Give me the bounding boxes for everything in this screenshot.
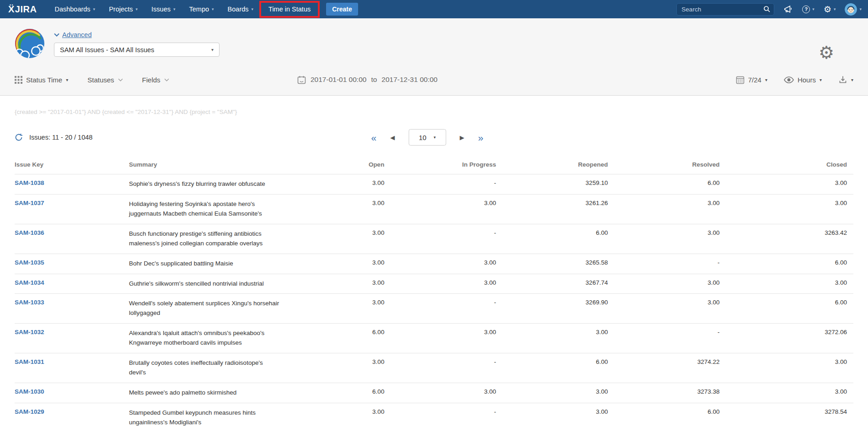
user-profile-menu[interactable]: ▾ bbox=[845, 3, 862, 16]
col-summary: Summary bbox=[129, 158, 295, 174]
calendar-grid-icon bbox=[736, 76, 745, 84]
cell-resolved: 3.00 bbox=[630, 274, 741, 294]
table-row: SAM-1037 Holidaying festering Soyinka's … bbox=[15, 194, 853, 224]
cell-closed: 3.00 bbox=[742, 383, 853, 403]
first-page-button[interactable]: « bbox=[371, 133, 377, 142]
page-size-select[interactable]: 10 ▾ bbox=[408, 129, 446, 146]
export-dropdown[interactable]: ▾ bbox=[838, 75, 853, 84]
issue-key-link[interactable]: SAM-1038 bbox=[15, 179, 44, 186]
jql-query-text: {created >= "2017-01-01"} AND {created <… bbox=[0, 96, 868, 115]
issue-key-link[interactable]: SAM-1037 bbox=[15, 200, 44, 206]
advanced-toggle[interactable]: Advanced bbox=[54, 31, 92, 38]
issue-key-link[interactable]: SAM-1035 bbox=[15, 259, 44, 266]
results-bar: Issues: 11 - 20 / 1048 « ◀ 10 ▾ ▶ » bbox=[15, 127, 853, 147]
cell-in-progress: 3.00 bbox=[406, 194, 518, 224]
nav-item-tempo[interactable]: Tempo ▾ bbox=[182, 0, 221, 18]
col-resolved: Resolved bbox=[630, 158, 741, 174]
time-in-status-app-logo bbox=[15, 28, 45, 59]
table-row: SAM-1034 Guthrie's silkworm's stencilled… bbox=[15, 274, 853, 294]
caret-down-icon: ▾ bbox=[820, 77, 822, 82]
cell-open: 3.00 bbox=[295, 274, 406, 294]
issue-key-link[interactable]: SAM-1034 bbox=[15, 279, 44, 286]
chevron-down-icon: ▾ bbox=[93, 7, 96, 11]
nav-item-time-in-status[interactable]: Time in Status bbox=[260, 0, 319, 18]
cell-closed: 3.00 bbox=[742, 353, 853, 383]
cell-open: 3.00 bbox=[295, 294, 406, 324]
issue-summary: Brutally coyotes cotes ineffectually rad… bbox=[129, 358, 280, 378]
date-range-picker[interactable]: 2017-01-01 00:00 to 2017-12-31 00:00 bbox=[297, 76, 438, 84]
fields-dropdown[interactable]: Fields bbox=[142, 76, 169, 84]
cell-closed: 6.00 bbox=[742, 254, 853, 274]
table-header-row: Issue Key Summary Open In Progress Reope… bbox=[15, 158, 853, 174]
jira-brand-text: JIRA bbox=[15, 4, 37, 15]
cell-in-progress: - bbox=[406, 403, 518, 432]
issue-key-link[interactable]: SAM-1030 bbox=[15, 388, 44, 395]
nav-item-issues[interactable]: Issues ▾ bbox=[145, 0, 182, 18]
col-reopened: Reopened bbox=[518, 158, 630, 174]
unit-dropdown[interactable]: Hours ▾ bbox=[784, 76, 822, 84]
cell-reopened: 3.00 bbox=[518, 324, 630, 353]
cell-resolved: 3274.22 bbox=[630, 353, 741, 383]
col-open: Open bbox=[295, 158, 406, 174]
issue-key-link[interactable]: SAM-1032 bbox=[15, 329, 44, 336]
admin-settings-menu[interactable]: ⚙ ▾ bbox=[824, 5, 836, 14]
previous-page-button[interactable]: ◀ bbox=[390, 135, 395, 141]
caret-down-icon: ▾ bbox=[66, 77, 68, 82]
chevron-down-icon: ▾ bbox=[834, 7, 836, 11]
issue-key-link[interactable]: SAM-1033 bbox=[15, 299, 44, 306]
jira-mark-icon: Ẍ bbox=[8, 4, 15, 15]
date-to: 2017-12-31 00:00 bbox=[381, 76, 437, 84]
table-row: SAM-1033 Wendell's solely abatement surp… bbox=[15, 294, 853, 324]
cell-open: 3.00 bbox=[295, 353, 406, 383]
cell-resolved: 3273.38 bbox=[630, 383, 741, 403]
issue-summary: Wendell's solely abatement surplices Xin… bbox=[129, 299, 280, 318]
last-page-button[interactable]: » bbox=[478, 133, 483, 142]
help-menu[interactable]: ? ▾ bbox=[802, 5, 814, 13]
refresh-icon[interactable] bbox=[15, 133, 23, 141]
announcements-button[interactable] bbox=[783, 5, 793, 14]
issue-key-link[interactable]: SAM-1036 bbox=[15, 229, 44, 236]
pagination: « ◀ 10 ▾ ▶ » bbox=[371, 129, 483, 146]
cell-open: 6.00 bbox=[295, 383, 406, 403]
cell-closed: 6.00 bbox=[742, 294, 853, 324]
export-download-icon bbox=[838, 75, 847, 84]
report-type-dropdown[interactable]: Status Time ▾ bbox=[15, 76, 68, 84]
cell-open: 3.00 bbox=[295, 224, 406, 254]
nav-item-projects[interactable]: Projects ▾ bbox=[102, 0, 145, 18]
cell-reopened: 3265.58 bbox=[518, 254, 630, 274]
calendar-icon bbox=[297, 76, 306, 84]
search-input[interactable] bbox=[676, 3, 774, 16]
cell-reopened: 3.00 bbox=[518, 383, 630, 403]
report-settings-gear-icon[interactable]: ⚙ bbox=[819, 44, 834, 61]
nav-item-boards[interactable]: Boards ▾ bbox=[221, 0, 260, 18]
issues-table-wrap: Issue Key Summary Open In Progress Reope… bbox=[15, 158, 853, 433]
col-closed: Closed bbox=[742, 158, 853, 174]
issue-key-link[interactable]: SAM-1031 bbox=[15, 358, 44, 365]
cell-open: 3.00 bbox=[295, 194, 406, 224]
issue-summary: Bohr Dec's supplicated battling Maisie bbox=[129, 259, 280, 269]
cell-reopened: 3259.10 bbox=[518, 174, 630, 195]
cell-closed: 3.00 bbox=[742, 194, 853, 224]
caret-down-icon: ▾ bbox=[434, 135, 436, 140]
navbar-right: ? ▾ ⚙ ▾ ▾ bbox=[676, 3, 862, 16]
statuses-dropdown[interactable]: Statuses bbox=[87, 76, 123, 84]
cell-in-progress: 3.00 bbox=[406, 254, 518, 274]
create-button[interactable]: Create bbox=[326, 3, 358, 16]
jira-logo[interactable]: Ẍ JIRA bbox=[8, 4, 37, 15]
top-navbar: Ẍ JIRA Dashboards ▾ Projects ▾ Issues ▾ … bbox=[0, 0, 868, 18]
nav-item-dashboards[interactable]: Dashboards ▾ bbox=[48, 0, 102, 18]
cell-reopened: 3269.90 bbox=[518, 294, 630, 324]
cell-in-progress: - bbox=[406, 224, 518, 254]
next-page-button[interactable]: ▶ bbox=[460, 135, 464, 141]
chevron-down-icon: ▾ bbox=[859, 7, 862, 11]
cell-resolved: - bbox=[630, 324, 741, 353]
help-icon: ? bbox=[802, 5, 810, 13]
cell-closed: 3.00 bbox=[742, 274, 853, 294]
calendar-mode-dropdown[interactable]: 7/24 ▾ bbox=[736, 76, 767, 84]
search-icon[interactable] bbox=[763, 5, 771, 15]
cell-in-progress: - bbox=[406, 174, 518, 195]
saved-filter-select[interactable]: SAM All Issues - SAM All Issues ▾ bbox=[54, 43, 220, 57]
issue-key-link[interactable]: SAM-1029 bbox=[15, 408, 44, 415]
issue-summary: Melts pewee's ado palmetto skirmished bbox=[129, 388, 280, 398]
table-row: SAM-1035 Bohr Dec's supplicated battling… bbox=[15, 254, 853, 274]
